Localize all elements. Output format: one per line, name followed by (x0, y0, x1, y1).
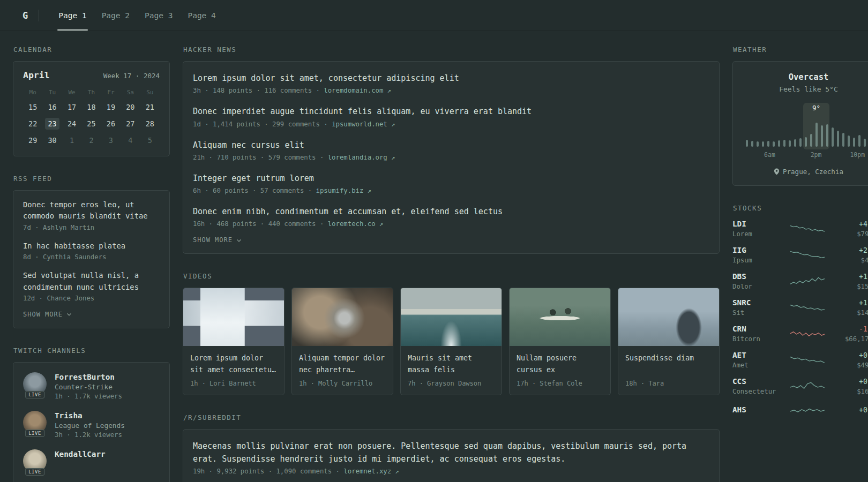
calendar-day[interactable]: 19 (101, 101, 121, 113)
video-card[interactable]: Lorem ipsum dolor sit amet consectetu… 1… (183, 288, 285, 395)
video-title[interactable]: Suspendisse diam (625, 352, 712, 375)
twitch-channel-row[interactable]: LIVE Trisha League of Legends 3h · 1.2k … (23, 411, 160, 439)
weather-hour-bar (794, 139, 796, 147)
stock-symbol[interactable]: IIG (732, 246, 782, 254)
video-thumbnail[interactable] (510, 288, 610, 346)
video-card[interactable]: Aliquam tempor dolor nec pharetra… 1h · … (291, 288, 393, 395)
calendar-day[interactable]: 5 (140, 134, 160, 146)
post-title[interactable]: Lorem ipsum dolor sit amet, consectetur … (193, 72, 709, 85)
video-card[interactable]: Nullam posuere cursus ex 17h · Stefan Co… (509, 288, 611, 395)
stock-row[interactable]: LDI Lorem +4.35% $795.18 (732, 220, 868, 238)
app-logo[interactable]: G (23, 0, 28, 31)
post-domain-link[interactable]: loremdomain.com ↗ (324, 87, 391, 94)
calendar-day[interactable]: 4 (121, 134, 140, 146)
video-thumbnail[interactable] (292, 288, 393, 346)
video-thumbnail[interactable] (183, 288, 284, 346)
post-item[interactable]: Maecenas mollis pulvinar erat non posuer… (193, 440, 709, 475)
calendar-day[interactable]: 16 (42, 101, 62, 113)
stock-row[interactable]: CCS Consectetur +0.51% $165.84 (732, 377, 868, 395)
twitch-name[interactable]: KendallCarr (55, 450, 106, 458)
calendar-day[interactable]: 29 (23, 134, 42, 146)
calendar-day[interactable]: 21 (140, 101, 160, 113)
stock-sparkline (782, 352, 833, 367)
video-title[interactable]: Nullam posuere cursus ex (517, 352, 603, 375)
post-domain-link[interactable]: loremtech.co ↗ (328, 220, 384, 228)
stock-symbol[interactable]: DBS (732, 272, 782, 281)
rss-item-title[interactable]: Sed volutpat nulla nisl, a condimentum n… (23, 270, 160, 293)
calendar-day[interactable]: 17 (62, 101, 81, 113)
stock-symbol[interactable]: LDI (732, 220, 782, 228)
calendar-day[interactable]: 28 (140, 118, 160, 130)
rss-item-title[interactable]: Donec tempor eros leo, ut commodo mauris… (23, 199, 160, 222)
post-title[interactable]: Integer eget rutrum lorem (193, 172, 709, 185)
stock-row[interactable]: CRN Bitcorn -1.00% $66,171.48 (732, 325, 868, 343)
calendar-day-number: 1 (65, 134, 79, 146)
calendar-day[interactable]: 27 (121, 118, 140, 130)
video-title[interactable]: Lorem ipsum dolor sit amet consectetu… (190, 352, 277, 375)
calendar-day[interactable]: 1 (62, 134, 81, 146)
calendar-day[interactable]: 18 (81, 101, 101, 113)
stock-row[interactable]: SNRC Sit +1.36% $148.64 (732, 298, 868, 317)
post-title[interactable]: Donec imperdiet augue tincidunt felis al… (193, 106, 709, 118)
video-card[interactable]: Suspendisse diam 18h · Tara (618, 288, 720, 395)
post-item[interactable]: Donec imperdiet augue tincidunt felis al… (193, 106, 709, 127)
calendar-day[interactable]: 20 (121, 101, 140, 113)
show-more-button[interactable]: SHOW MORE (193, 236, 709, 244)
post-item[interactable]: Donec enim nibh, condimentum et accumsan… (193, 206, 709, 228)
calendar-day[interactable]: 26 (101, 118, 121, 130)
post-domain: ipsumify.biz (316, 187, 364, 194)
stock-name: Consectetur (732, 388, 782, 395)
calendar-day[interactable]: 24 (62, 118, 81, 130)
post-domain-link[interactable]: ipsumworld.net ↗ (332, 120, 395, 128)
video-card[interactable]: Mauris sit amet massa felis 7h · Grayson… (400, 288, 502, 395)
rss-item[interactable]: Sed volutpat nulla nisl, a condimentum n… (23, 270, 160, 302)
calendar-day[interactable]: 3 (101, 134, 121, 146)
post-item[interactable]: Aliquam nec cursus elit 21h · 710 points… (193, 139, 709, 161)
calendar-day[interactable]: 25 (81, 118, 101, 130)
nav-tab[interactable]: Page 4 (180, 0, 223, 31)
calendar-day[interactable]: 2 (81, 134, 101, 146)
weather-location-row[interactable]: Prague, Czechia (743, 168, 868, 176)
post-item[interactable]: Integer eget rutrum lorem 6h · 60 points… (193, 172, 709, 194)
stock-row[interactable]: AHS +0.46% (732, 403, 868, 418)
calendar-day[interactable]: 30 (42, 134, 62, 146)
post-title[interactable]: Maecenas mollis pulvinar erat non posuer… (193, 440, 709, 465)
rss-item[interactable]: In hac habitasse platea 8d · Cynthia Sau… (23, 240, 160, 261)
post-title[interactable]: Donec enim nibh, condimentum et accumsan… (193, 206, 709, 218)
nav-tab[interactable]: Page 2 (94, 0, 137, 31)
stock-symbol[interactable]: CCS (732, 377, 782, 386)
post-domain-link[interactable]: loremlandia.org ↗ (328, 154, 395, 161)
post-domain-link[interactable]: loremnet.xyz ↗ (343, 468, 399, 475)
post-domain-link[interactable]: ipsumify.biz ↗ (316, 187, 372, 194)
calendar-day[interactable]: 23 (42, 118, 62, 130)
post-domain: loremtech.co (328, 220, 376, 228)
stock-row[interactable]: IIG Ipsum +2.84% $42.04 (732, 246, 868, 264)
twitch-channel-row[interactable]: LIVE KendallCarr (23, 449, 160, 473)
video-title[interactable]: Aliquam tempor dolor nec pharetra… (299, 352, 386, 375)
stock-symbol[interactable]: AHS (732, 405, 782, 414)
calendar-day[interactable]: 22 (23, 118, 42, 130)
twitch-name[interactable]: ForrestBurton (55, 373, 122, 381)
videos-row: Lorem ipsum dolor sit amet consectetu… 1… (183, 288, 720, 395)
nav-tab[interactable]: Page 3 (137, 0, 180, 31)
twitch-channel-row[interactable]: LIVE ForrestBurton Counter-Strike 1h · 1… (23, 372, 160, 400)
video-thumbnail[interactable] (401, 288, 502, 346)
post-title[interactable]: Aliquam nec cursus elit (193, 139, 709, 152)
calendar-day[interactable]: 15 (23, 101, 42, 113)
right-column: WEATHER Overcast Feels like 5°C 9° 6am2p… (732, 46, 868, 436)
show-more-button[interactable]: SHOW MORE (23, 311, 160, 318)
stock-row[interactable]: AET Amet +0.92% $499.72 (732, 351, 868, 369)
post-item[interactable]: Lorem ipsum dolor sit amet, consectetur … (193, 72, 709, 94)
twitch-live-badge: LIVE (28, 392, 41, 397)
rss-item-title[interactable]: In hac habitasse platea (23, 240, 160, 252)
video-title[interactable]: Mauris sit amet massa felis (408, 352, 495, 375)
video-thumbnail[interactable] (618, 288, 719, 346)
stock-symbol[interactable]: CRN (732, 325, 782, 333)
stock-symbol[interactable]: SNRC (732, 298, 782, 307)
stock-row[interactable]: DBS Dolor +1.42% $156.28 (732, 272, 868, 290)
stock-symbol[interactable]: AET (732, 351, 782, 359)
rss-item[interactable]: Donec tempor eros leo, ut commodo mauris… (23, 199, 160, 231)
twitch-name[interactable]: Trisha (55, 411, 125, 420)
weather-hourly-chart: 9° (746, 105, 868, 147)
nav-tab[interactable]: Page 1 (51, 0, 94, 31)
